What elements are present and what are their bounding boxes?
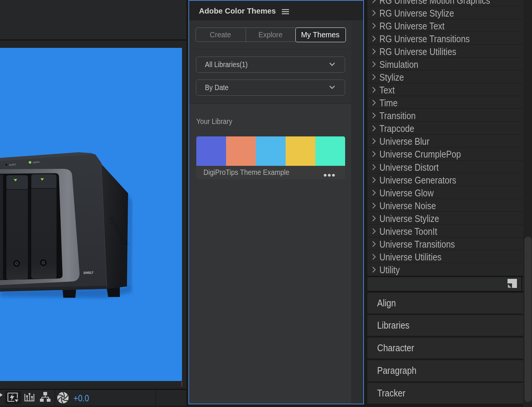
svg-text:+0.0: +0.0 [73, 393, 89, 403]
svg-text:eSATA: eSATA [33, 161, 40, 164]
svg-text:DX517: DX517 [84, 271, 94, 275]
